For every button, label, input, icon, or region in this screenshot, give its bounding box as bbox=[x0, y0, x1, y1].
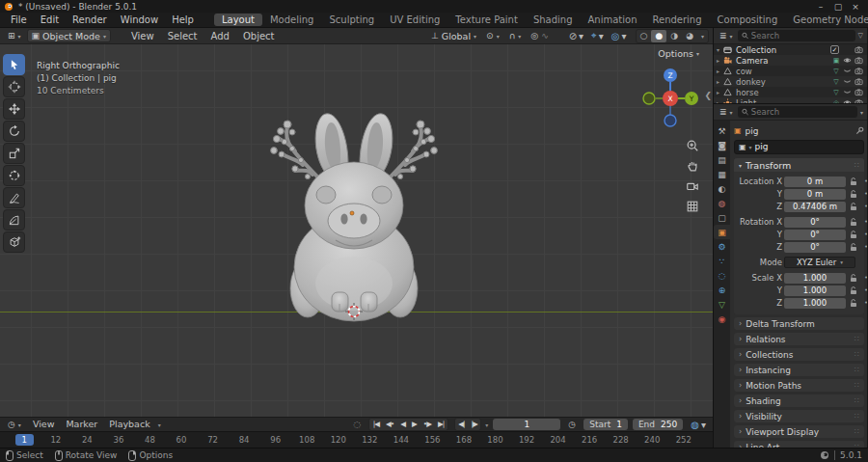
properties-tab[interactable]: ◍ bbox=[714, 196, 730, 210]
properties-search[interactable] bbox=[738, 106, 857, 118]
value-field[interactable]: 0° bbox=[784, 217, 846, 228]
timeline-display-dropdown[interactable]: ◍ ▾ bbox=[688, 420, 709, 430]
window-control-button[interactable]: × bbox=[847, 2, 864, 12]
properties-search-input[interactable] bbox=[751, 107, 854, 117]
collapsed-panel[interactable]: › Visibility ∷ bbox=[734, 410, 864, 422]
expand-arrow-icon[interactable]: ▸ bbox=[714, 99, 722, 103]
proportional-edit-toggle[interactable]: ◎ ∿ bbox=[527, 29, 552, 42]
drag-handle-icon[interactable]: ∷ bbox=[854, 366, 859, 374]
viewport-menu-item[interactable]: Select bbox=[161, 29, 204, 43]
menu-item[interactable]: Render bbox=[66, 13, 114, 27]
visibility-eye-icon[interactable] bbox=[841, 88, 853, 96]
workspace-tab[interactable]: Geometry Nodes bbox=[785, 14, 868, 26]
rotation-mode-dropdown[interactable]: XYZ Euler ▾ bbox=[784, 257, 855, 268]
drag-handle-icon[interactable]: ∷ bbox=[854, 412, 859, 421]
shading-material-button[interactable]: ◑ bbox=[666, 30, 682, 42]
lock-icon[interactable] bbox=[848, 299, 859, 308]
overlays-toggle[interactable]: ◎ ▾ bbox=[609, 31, 630, 41]
properties-tab[interactable]: ◙ bbox=[714, 138, 730, 152]
render-visibility-icon[interactable] bbox=[853, 88, 864, 96]
value-field[interactable]: 1.000 bbox=[784, 273, 846, 284]
workspace-tab[interactable]: Rendering bbox=[644, 14, 709, 26]
breadcrumb-object-name[interactable]: pig bbox=[746, 126, 759, 136]
collection-checkbox[interactable]: ✓ bbox=[830, 45, 839, 54]
tool-button[interactable] bbox=[3, 98, 25, 120]
outliner-search-input[interactable] bbox=[751, 31, 852, 41]
animate-dot[interactable]: • bbox=[861, 218, 867, 226]
value-field[interactable]: 0 m bbox=[784, 177, 846, 187]
render-visibility-icon[interactable] bbox=[853, 45, 864, 54]
object-name-field[interactable]: ▣ ▾ pig bbox=[734, 140, 864, 154]
viewport-3d[interactable]: Right Orthographic (1) Collection | pig … bbox=[0, 44, 713, 417]
start-frame-field[interactable]: 1 bbox=[616, 419, 628, 430]
playback-button[interactable]: •▶ bbox=[420, 419, 434, 430]
properties-tab[interactable]: ◐ bbox=[714, 181, 730, 196]
timeline-menu-item[interactable]: Playback bbox=[103, 418, 155, 431]
drag-handle-icon[interactable]: ∷ bbox=[854, 350, 859, 359]
drag-handle-icon[interactable]: ∷ bbox=[854, 381, 859, 390]
orientation-dropdown[interactable]: ⊥ Global ▾ bbox=[427, 29, 480, 42]
collapsed-panel[interactable]: › Collections ∷ bbox=[734, 348, 864, 361]
transform-panel-header[interactable]: ▾ Transform ∷ bbox=[734, 158, 864, 172]
outliner-row[interactable]: ▸ donkey ▽ ✓ bbox=[714, 76, 867, 87]
animate-dot[interactable]: • bbox=[861, 177, 867, 185]
properties-tab[interactable]: ▦ bbox=[714, 167, 730, 181]
stopwatch-icon[interactable]: ◷ bbox=[565, 420, 579, 429]
tool-button[interactable] bbox=[3, 76, 25, 97]
properties-tab[interactable]: ⊕ bbox=[714, 283, 730, 297]
timeline-menu-item[interactable]: View bbox=[27, 418, 61, 431]
drag-handle-icon[interactable]: ∷ bbox=[854, 161, 859, 170]
outliner-row[interactable]: ▸ Light ◎ ✓ bbox=[714, 97, 867, 103]
object-visibility-dropdown[interactable]: ⊘ ▾ bbox=[566, 31, 586, 41]
editor-type-button[interactable]: ⊞ ▾ bbox=[4, 29, 25, 42]
playback-button[interactable]: ▶ bbox=[408, 419, 420, 430]
navigation-gizmo[interactable]: Z Y X bbox=[639, 66, 701, 133]
tool-button[interactable] bbox=[3, 121, 25, 142]
object-name[interactable]: Light bbox=[733, 98, 831, 104]
lock-icon[interactable] bbox=[848, 177, 859, 186]
frame-step-button[interactable]: |▶ bbox=[468, 419, 480, 430]
animate-dot[interactable]: • bbox=[861, 286, 867, 294]
lock-icon[interactable] bbox=[848, 286, 859, 295]
tool-button[interactable] bbox=[3, 165, 25, 186]
properties-tab[interactable]: ◌ bbox=[714, 268, 730, 283]
properties-tab[interactable]: ⚙ bbox=[714, 239, 730, 254]
menu-item[interactable]: Window bbox=[114, 13, 165, 27]
properties-tab[interactable]: ▤ bbox=[714, 152, 730, 167]
render-visibility-icon[interactable] bbox=[853, 56, 864, 65]
window-control-button[interactable]: ▢ bbox=[829, 2, 847, 12]
gizmo-y-neg-axis[interactable] bbox=[643, 93, 655, 104]
shading-wireframe-button[interactable]: ○ bbox=[637, 30, 652, 42]
window-control-button[interactable]: – bbox=[812, 2, 829, 12]
object-name[interactable]: cow bbox=[733, 67, 831, 76]
gizmos-toggle[interactable]: ⌖ ▾ bbox=[588, 30, 607, 41]
delta-transform-panel[interactable]: › Delta Transform bbox=[734, 317, 864, 330]
lock-icon[interactable] bbox=[848, 190, 859, 199]
menu-item[interactable]: Help bbox=[165, 13, 201, 27]
value-field[interactable]: 0.47406 m bbox=[784, 202, 846, 212]
filter-icon[interactable]: ▽ bbox=[858, 32, 863, 40]
drag-handle-icon[interactable]: ∷ bbox=[854, 427, 859, 436]
mode-dropdown[interactable]: ▣ Object Mode ▾ bbox=[27, 29, 111, 42]
animate-dot[interactable]: • bbox=[861, 243, 867, 251]
current-frame-field[interactable]: 1 bbox=[493, 419, 560, 430]
value-field[interactable]: 1.000 bbox=[784, 285, 846, 296]
animate-dot[interactable]: • bbox=[861, 203, 867, 210]
expand-arrow-icon[interactable]: ▾ bbox=[714, 46, 722, 53]
lock-icon[interactable] bbox=[848, 243, 859, 252]
workspace-tab[interactable]: Shading bbox=[526, 14, 581, 26]
expand-arrow-icon[interactable]: ▸ bbox=[714, 89, 722, 95]
object-name[interactable]: donkey bbox=[733, 77, 831, 87]
shading-solid-button[interactable]: ● bbox=[651, 30, 666, 42]
menu-item[interactable]: Edit bbox=[34, 13, 66, 27]
timeline-ruler[interactable]: 1122436486072849610812013214415616818019… bbox=[0, 431, 713, 448]
properties-tab[interactable]: ▣ bbox=[714, 225, 730, 239]
value-field[interactable]: 1.000 bbox=[784, 298, 846, 309]
properties-tab[interactable]: ▽ bbox=[714, 297, 730, 312]
visibility-eye-icon[interactable] bbox=[841, 56, 853, 65]
properties-tab[interactable]: ⚒ bbox=[714, 123, 730, 138]
expand-arrow-icon[interactable]: ▸ bbox=[714, 68, 722, 74]
lock-icon[interactable] bbox=[848, 218, 859, 227]
value-field[interactable]: 0° bbox=[784, 230, 846, 240]
outliner-editor-type-button[interactable]: ≣ ▾ bbox=[718, 29, 735, 42]
